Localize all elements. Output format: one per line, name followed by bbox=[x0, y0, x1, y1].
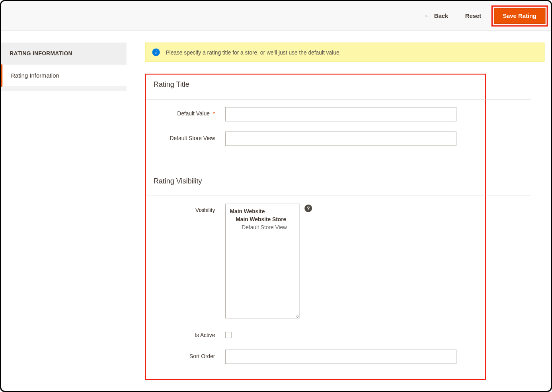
section-divider bbox=[146, 99, 531, 99]
notice-banner: i Please specify a rating title for a st… bbox=[145, 43, 544, 62]
field-label-visibility: Visibility bbox=[154, 204, 225, 213]
form-highlight-area: Rating Title Default Value * Default Sto… bbox=[145, 74, 486, 380]
save-rating-button[interactable]: Save Rating bbox=[494, 8, 545, 23]
field-row-sort-order: Sort Order bbox=[154, 350, 478, 364]
field-label-default-value: Default Value * bbox=[154, 107, 225, 117]
field-label-text: Is Active bbox=[195, 332, 215, 338]
notice-text: Please specify a rating title for a stor… bbox=[166, 49, 341, 55]
sidebar-header: RATING INFORMATION bbox=[1, 43, 127, 64]
field-label-text: Default Store View bbox=[170, 135, 215, 141]
field-label-text: Visibility bbox=[195, 207, 215, 213]
reset-button[interactable]: Reset bbox=[458, 8, 488, 23]
field-label-text: Default Value bbox=[177, 111, 210, 117]
default-store-view-input[interactable] bbox=[225, 132, 456, 146]
field-row-default-store-view: Default Store View bbox=[154, 132, 478, 146]
visibility-option[interactable]: Default Store View bbox=[230, 224, 295, 232]
section-divider bbox=[146, 196, 531, 196]
is-active-checkbox[interactable] bbox=[225, 332, 232, 338]
back-button-label: Back bbox=[434, 12, 448, 19]
field-label-text: Sort Order bbox=[189, 353, 215, 359]
section-heading-rating-visibility: Rating Visibility bbox=[154, 175, 478, 190]
default-value-input[interactable] bbox=[225, 107, 456, 121]
save-rating-button-label: Save Rating bbox=[503, 12, 536, 19]
sidebar-spacer bbox=[1, 87, 127, 91]
required-star-icon: * bbox=[213, 111, 215, 117]
arrow-left-icon: ← bbox=[424, 12, 431, 19]
main-content: i Please specify a rating title for a st… bbox=[127, 31, 552, 388]
visibility-option[interactable]: Main Website bbox=[230, 207, 295, 215]
sidebar: RATING INFORMATION Rating Information bbox=[1, 31, 127, 91]
top-action-bar: ← Back Reset Save Rating bbox=[1, 1, 552, 31]
reset-button-label: Reset bbox=[465, 12, 481, 19]
sidebar-item-rating-information[interactable]: Rating Information bbox=[1, 64, 127, 87]
field-row-is-active: Is Active bbox=[154, 329, 478, 340]
field-label-sort-order: Sort Order bbox=[154, 350, 225, 359]
field-label-default-store-view: Default Store View bbox=[154, 132, 225, 141]
visibility-multiselect[interactable]: Main Website Main Website Store Default … bbox=[225, 204, 300, 318]
sort-order-input[interactable] bbox=[225, 350, 456, 364]
save-button-highlight: Save Rating bbox=[492, 5, 548, 26]
help-icon[interactable]: ? bbox=[304, 205, 312, 212]
sidebar-item-label: Rating Information bbox=[11, 72, 59, 79]
section-heading-rating-title: Rating Title bbox=[154, 78, 478, 93]
field-row-visibility: Visibility Main Website Main Website Sto… bbox=[154, 204, 478, 318]
field-row-default-value: Default Value * bbox=[154, 107, 478, 121]
info-icon: i bbox=[152, 49, 160, 56]
back-button[interactable]: ← Back bbox=[417, 8, 455, 23]
visibility-option[interactable]: Main Website Store bbox=[230, 215, 295, 223]
field-label-is-active: Is Active bbox=[154, 329, 225, 338]
